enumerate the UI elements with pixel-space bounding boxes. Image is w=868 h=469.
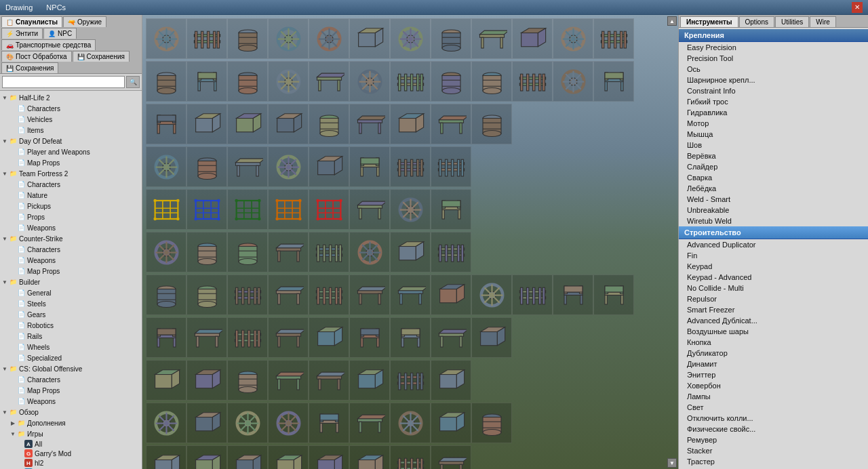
tree-item-4[interactable]: ▼📁Day Of Defeat xyxy=(0,136,142,146)
left-tab-7[interactable]: 💾Сохранения xyxy=(1,62,58,73)
tool-item-1-17[interactable]: Физические свойс... xyxy=(679,424,868,434)
model-item-stand[interactable] xyxy=(186,403,227,443)
model-item-bridge[interactable] xyxy=(146,274,186,315)
search-button[interactable]: 🔍 xyxy=(126,76,140,88)
model-item-lamp3[interactable] xyxy=(146,403,186,443)
tree-item-6[interactable]: 📄Map Props xyxy=(0,157,142,168)
tool-item-0-5[interactable]: Гибкий трос xyxy=(679,96,868,107)
model-item-washer[interactable] xyxy=(268,146,309,187)
model-item-tub3[interactable] xyxy=(146,360,186,401)
tool-item-0-0[interactable]: Easy Precision xyxy=(679,42,868,53)
model-item-panel[interactable] xyxy=(431,104,471,144)
model-item-locker[interactable] xyxy=(309,146,349,187)
tool-item-1-2[interactable]: Keypad xyxy=(679,261,868,272)
tree-item-0[interactable]: ▼📁Half-Life 2 xyxy=(0,92,142,103)
model-item-panel2[interactable] xyxy=(390,146,431,187)
model-item-fence[interactable] xyxy=(309,18,349,59)
tool-item-0-4[interactable]: Constraint Info xyxy=(679,85,868,96)
model-item-grate[interactable] xyxy=(390,232,431,272)
tool-item-1-9[interactable]: Кнопка xyxy=(679,337,868,348)
model-item-bed[interactable] xyxy=(146,18,186,59)
tree-item-23[interactable]: 📄Wheels xyxy=(0,342,142,352)
tree-item-24[interactable]: 📄Specialized xyxy=(0,352,142,363)
model-item-chair3[interactable] xyxy=(268,360,309,401)
model-item-chair[interactable] xyxy=(227,61,268,102)
model-item-engine[interactable] xyxy=(390,189,431,230)
tree-item-2[interactable]: 📄Vehicles xyxy=(0,114,142,125)
tool-item-1-11[interactable]: Динамит xyxy=(679,359,868,369)
model-item-sink2[interactable] xyxy=(431,360,471,401)
left-tab-6[interactable]: 💾Сохранения xyxy=(73,51,130,62)
model-item-bathtub2[interactable] xyxy=(512,61,553,102)
tool-item-0-11[interactable]: Слайдер xyxy=(679,161,868,172)
model-item-kettle[interactable] xyxy=(268,403,309,443)
tree-item-27[interactable]: 📄Map Props xyxy=(0,385,142,396)
left-tab-0[interactable]: 📋Спаунлисты xyxy=(1,16,62,27)
tool-item-1-0[interactable]: Advanced Duplicator xyxy=(679,239,868,250)
tree-item-5[interactable]: 📄Player and Weapons xyxy=(0,146,142,157)
model-item-table[interactable] xyxy=(146,104,186,144)
tree-item-1[interactable]: 📄Characters xyxy=(0,103,142,114)
model-item-wheel[interactable] xyxy=(309,232,349,272)
tool-item-0-9[interactable]: Шов xyxy=(679,140,868,150)
tool-item-0-16[interactable]: Wiretub Weld xyxy=(679,216,868,226)
left-tab-5[interactable]: 🎨Пост Обработка xyxy=(1,51,72,62)
model-item-green-cage[interactable] xyxy=(227,189,268,230)
scroll-up-arrow[interactable]: ▲ xyxy=(667,16,677,26)
model-item-yellow-cage[interactable] xyxy=(146,189,186,230)
model-item-chair2[interactable] xyxy=(349,274,390,315)
model-item-platform[interactable] xyxy=(390,104,431,144)
model-item-radiator[interactable] xyxy=(309,104,349,144)
tree-item-21[interactable]: 📄Robotics xyxy=(0,320,142,331)
model-item-nightstand[interactable] xyxy=(186,104,227,144)
tool-item-0-7[interactable]: Мотор xyxy=(679,118,868,129)
model-item-pallet[interactable] xyxy=(390,445,431,469)
left-tab-2[interactable]: ⚡Энтити xyxy=(1,28,43,39)
model-item-bathtub[interactable] xyxy=(471,18,512,59)
model-item-orange-cage[interactable] xyxy=(268,189,309,230)
tool-item-0-3[interactable]: Шарнирное крепл... xyxy=(679,75,868,85)
tool-category-header-1[interactable]: Строительство xyxy=(679,226,868,239)
tool-item-1-7[interactable]: Advanced Дублicat... xyxy=(679,315,868,326)
model-item-fence2[interactable] xyxy=(349,18,390,59)
tool-item-0-12[interactable]: Сварка xyxy=(679,172,868,183)
tree-item-33[interactable]: GGarry's Mod xyxy=(0,449,142,458)
model-item-gate[interactable] xyxy=(390,18,431,59)
model-item-arch[interactable] xyxy=(146,146,186,187)
tool-item-1-12[interactable]: Эниттер xyxy=(679,369,868,380)
model-item-couch2[interactable] xyxy=(309,61,349,102)
model-item-sofa2[interactable] xyxy=(349,360,390,401)
model-item-stick[interactable] xyxy=(309,317,349,358)
model-item-box3[interactable] xyxy=(227,445,268,469)
model-item-box5[interactable] xyxy=(309,445,349,469)
tool-category-header-0[interactable]: Крепления xyxy=(679,29,868,42)
tree-item-30[interactable]: ▶📁Дополнения xyxy=(0,417,142,428)
tool-item-0-14[interactable]: Weld - Smart xyxy=(679,194,868,205)
model-item-box-red[interactable] xyxy=(390,274,431,315)
model-item-pipe2[interactable] xyxy=(268,317,309,358)
tool-item-1-20[interactable]: Трастер xyxy=(679,456,868,467)
tree-item-22[interactable]: 📄Rails xyxy=(0,331,142,342)
tool-item-0-13[interactable]: Лебёдка xyxy=(679,183,868,194)
tool-item-1-8[interactable]: Воздушные шары xyxy=(679,326,868,337)
tool-item-0-2[interactable]: Ось xyxy=(679,64,868,75)
model-item-box6[interactable] xyxy=(349,445,390,469)
tree-item-9[interactable]: 📄Nature xyxy=(0,190,142,201)
tool-item-1-3[interactable]: Keypad - Advanced xyxy=(679,272,868,283)
model-item-drawer[interactable] xyxy=(390,61,431,102)
tool-item-1-18[interactable]: Ремувер xyxy=(679,434,868,445)
model-item-stove[interactable] xyxy=(227,104,268,144)
model-item-ring[interactable] xyxy=(227,274,268,315)
model-item-barrel2[interactable] xyxy=(268,232,309,272)
model-item-sofa[interactable] xyxy=(268,61,309,102)
tool-item-0-15[interactable]: Unbreakable xyxy=(679,205,868,216)
model-item-sink3[interactable] xyxy=(431,403,471,443)
model-item-pipes2[interactable] xyxy=(512,274,553,315)
tool-item-1-16[interactable]: Отключить колли... xyxy=(679,413,868,424)
model-item-pillar[interactable] xyxy=(431,146,471,187)
search-input[interactable] xyxy=(2,76,125,88)
model-item-desk[interactable] xyxy=(471,61,512,102)
right-tab-1[interactable]: Options xyxy=(739,16,774,27)
model-item-box4[interactable] xyxy=(268,445,309,469)
model-item-dispenser[interactable] xyxy=(186,61,227,102)
